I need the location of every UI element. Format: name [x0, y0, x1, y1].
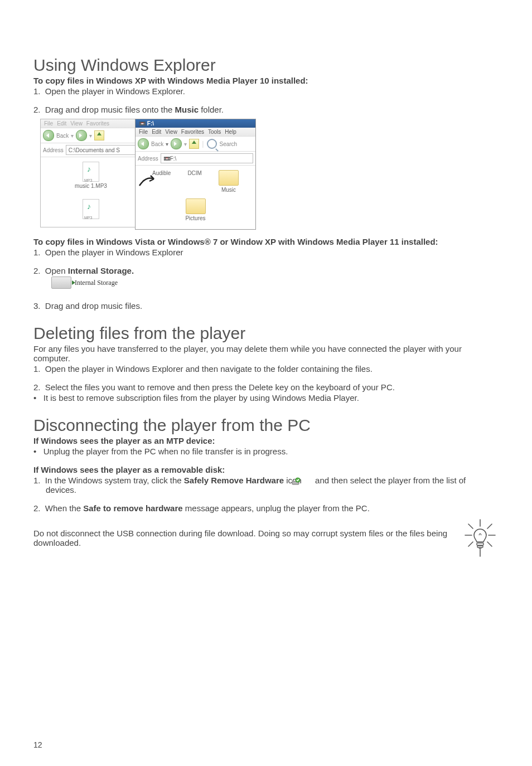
step-drag-music: 2. Drag and drop music files onto the Mu…	[33, 105, 499, 114]
menu-file[interactable]: File	[139, 129, 148, 135]
explorer-window-target: 📼 F:\ File Edit View Favorites Tools Hel…	[135, 119, 256, 230]
menu-edit[interactable]: Edit	[57, 120, 66, 127]
menu-view[interactable]: View	[165, 129, 177, 135]
folder-dcim[interactable]: DCIM	[187, 170, 202, 193]
step-text-post: folder.	[199, 105, 224, 114]
callout-text: Do not disconnect the USB connection dur…	[33, 529, 456, 547]
step-text-bold: Safe to remove hardware	[83, 503, 182, 513]
folder-label: Audible	[152, 170, 171, 176]
svg-rect-11	[477, 546, 483, 547]
back-label[interactable]: Back	[151, 141, 163, 147]
menubar: File Edit View Favorites	[41, 119, 141, 128]
address-input[interactable]: C:\Documents and S	[66, 145, 139, 155]
menu-tools[interactable]: Tools	[208, 129, 221, 135]
internal-storage-label: Internal Storage	[75, 279, 118, 287]
mp3-icon: MP3	[83, 162, 99, 182]
menu-help[interactable]: Help	[225, 129, 236, 135]
list-number: 2.	[33, 105, 41, 114]
step-text: Open the player in Windows Explorer and …	[45, 364, 373, 374]
forward-icon[interactable]	[76, 130, 87, 141]
folder-label: DCIM	[187, 170, 202, 176]
menu-edit[interactable]: Edit	[152, 129, 161, 135]
address-bar: Address C:\Documents and S	[41, 143, 141, 157]
subheading-mtp: If Windows sees the player as an MTP dev…	[33, 436, 499, 445]
bullet-text: Unplug the player from the PC when no fi…	[43, 447, 288, 456]
step-text-pre: Open	[45, 266, 68, 275]
up-icon[interactable]	[94, 130, 104, 140]
explorer-window-source: File Edit View Favorites Back ▾ ▾ Addres…	[40, 119, 142, 227]
step-drag-drop: 3. Drag and drop music files.	[33, 301, 499, 311]
del-step2: 2. Select the files you want to remove a…	[33, 382, 499, 392]
step-text: Open the player in Windows Explorer.	[45, 86, 185, 96]
del-step1: 1. Open the player in Windows Explorer a…	[33, 364, 499, 374]
svg-rect-10	[477, 543, 483, 545]
list-number: 1.	[33, 86, 41, 96]
menu-file[interactable]: File	[44, 120, 53, 127]
bullet-mark: •	[33, 447, 36, 456]
subheading-copy-vista-w7: To copy files in Windows Vista or Window…	[33, 237, 499, 246]
step-text: Drag and drop music files.	[45, 301, 142, 311]
toolbar: Back ▾ ▾	[41, 128, 141, 143]
list-number: 2.	[33, 266, 41, 275]
mp3-tag: MP3	[84, 216, 92, 220]
safely-remove-hardware-icon	[304, 477, 313, 485]
step-open-explorer-1: 1. Open the player in Windows Explorer.	[33, 86, 499, 96]
back-icon[interactable]	[43, 130, 54, 141]
list-number: 2.	[33, 503, 41, 513]
back-icon[interactable]	[138, 138, 149, 149]
folder-audible[interactable]: Audible	[152, 170, 171, 193]
warning-callout: Do not disconnect the USB connection dur…	[33, 518, 499, 557]
bullet-text: It is best to remove subscription files …	[43, 393, 359, 403]
page-number: 12	[33, 740, 42, 749]
list-number: 1.	[33, 364, 41, 374]
menu-view[interactable]: View	[70, 120, 83, 127]
search-label[interactable]: Search	[219, 141, 237, 147]
folder-label: Pictures	[185, 215, 205, 221]
list-number: 3.	[33, 301, 41, 311]
heading-disconnecting: Disconnecting the player from the PC	[33, 416, 499, 435]
drive-icon	[51, 277, 71, 289]
address-bar: Address 📼 F:\	[136, 152, 255, 166]
folder-label: Music	[221, 187, 236, 193]
forward-icon[interactable]	[171, 138, 182, 149]
list-number: 1.	[33, 248, 41, 257]
intro-deleting: For any files you have transferred to th…	[33, 344, 499, 363]
title-text: F:\	[147, 120, 154, 127]
del-bullet: • It is best to remove subscription file…	[33, 393, 499, 403]
tip-sun-icon	[462, 518, 499, 557]
address-input[interactable]: 📼 F:\	[161, 153, 253, 163]
up-icon[interactable]	[189, 139, 199, 149]
mtp-bullet: • Unplug the player from the PC when no …	[33, 447, 499, 456]
heading-deleting-files: Deleting files from the player	[33, 324, 499, 343]
back-label[interactable]: Back	[56, 133, 69, 139]
step-open-internal-storage: 2. Open Internal Storage.	[33, 266, 499, 275]
mp3-tag: MP3	[84, 178, 92, 182]
menu-favorites[interactable]: Favorites	[86, 120, 109, 127]
step-text: Open the player in Windows Explorer	[45, 248, 183, 257]
subheading-removable: If Windows sees the player as a removabl…	[33, 465, 499, 474]
svg-line-9	[487, 542, 492, 546]
disc-step2: 2. When the Safe to remove hardware mess…	[33, 503, 499, 513]
list-number: 2.	[33, 382, 41, 392]
step-text-bold: Safely Remove Hardware	[184, 476, 284, 485]
folder-music[interactable]: Music	[219, 170, 239, 193]
explorer-screenshot: File Edit View Favorites Back ▾ ▾ Addres…	[40, 119, 258, 230]
svg-line-7	[487, 524, 492, 529]
heading-using-explorer: Using Windows Explorer	[33, 56, 499, 75]
menubar: File Edit View Favorites Tools Help	[136, 128, 255, 137]
window-title: 📼 F:\	[136, 119, 255, 128]
step-text-pre: In the Windows system tray, click the	[45, 476, 184, 485]
file-item-mp3-2[interactable]: MP3	[83, 199, 99, 219]
subheading-copy-xp-wmp10: To copy files in Windows XP with Windows…	[33, 76, 499, 85]
step-text-bold: Internal Storage.	[68, 266, 134, 275]
file-item-mp3[interactable]: MP3 music 1.MP3	[75, 162, 107, 189]
step-text-pre: Drag and drop music files onto the	[45, 105, 175, 114]
search-icon[interactable]	[207, 139, 217, 149]
step-open-explorer-2: 1. Open the player in Windows Explorer	[33, 248, 499, 257]
step-text-post: message appears, unplug the player from …	[183, 503, 370, 513]
svg-line-6	[468, 524, 473, 529]
folder-pictures[interactable]: Pictures	[185, 198, 205, 221]
menu-favorites[interactable]: Favorites	[181, 129, 204, 135]
step-text-bold: Music	[175, 105, 199, 114]
internal-storage-item[interactable]: Internal Storage	[51, 277, 499, 289]
